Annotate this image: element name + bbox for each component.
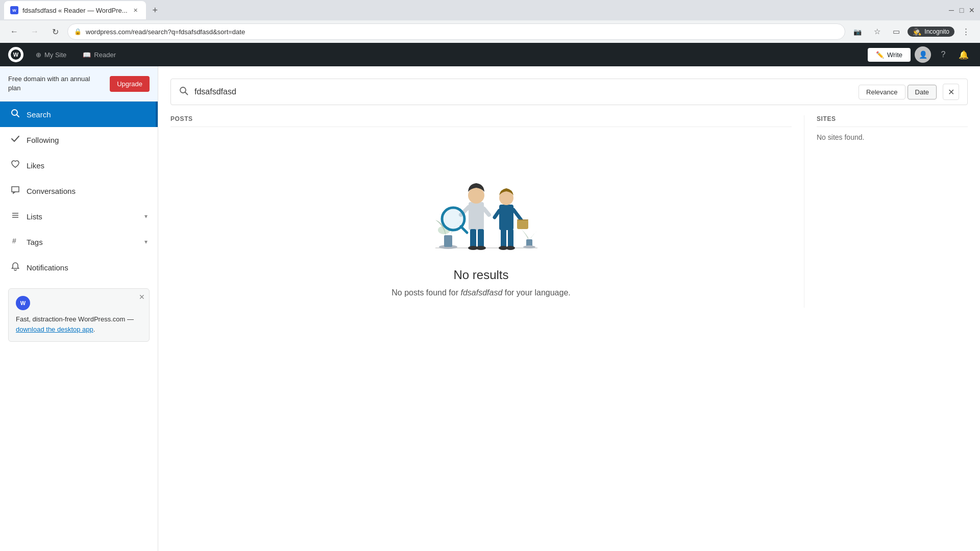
sidebar-item-search-label: Search <box>27 110 51 119</box>
svg-point-38 <box>523 245 535 248</box>
promo-wp-icon: W <box>16 296 30 310</box>
likes-icon <box>10 160 20 171</box>
svg-line-5 <box>17 115 19 117</box>
posts-column-header: POSTS <box>170 115 792 127</box>
svg-text:W: W <box>12 8 16 13</box>
svg-text:W: W <box>13 52 19 58</box>
upgrade-button[interactable]: Upgrade <box>110 76 150 92</box>
sidebar-item-notifications[interactable]: Notifications <box>0 255 158 280</box>
svg-rect-22 <box>470 229 476 248</box>
url-text: wordpress.com/read/search?q=fdsafsdfasd&… <box>86 28 245 36</box>
close-window-button[interactable]: ✕ <box>968 6 976 14</box>
tab-close-button[interactable]: ✕ <box>132 6 140 14</box>
my-site-icon: ⊕ <box>36 51 41 59</box>
svg-rect-23 <box>478 229 484 248</box>
write-button[interactable]: ✏️ Write <box>868 48 911 62</box>
posts-column: POSTS <box>170 115 804 308</box>
my-site-label: My Site <box>44 51 66 59</box>
sidebar-item-tags[interactable]: # Tags ▾ <box>0 229 158 255</box>
top-nav: W ⊕ My Site 📖 Reader ✏️ Write 👤 ? 🔔 <box>0 43 980 66</box>
camera-off-icon[interactable]: 📷 <box>849 23 866 40</box>
user-avatar[interactable]: 👤 <box>915 46 931 63</box>
main-layout: Free domain with an annual plan Upgrade … <box>0 66 980 551</box>
svg-line-26 <box>484 209 489 215</box>
extensions-button[interactable]: ⋮ <box>958 23 974 40</box>
main-content: fdsafsdfasd Relevance Date ✕ POSTS <box>158 66 980 551</box>
browser-chrome: W fdsafsdfasd « Reader — WordPre... ✕ + … <box>0 0 980 43</box>
tags-icon: # <box>10 236 20 247</box>
incognito-badge: 🕵 Incognito <box>908 27 954 37</box>
tab-title: fdsafsdfasd « Reader — WordPre... <box>22 7 128 14</box>
sidebar-item-following[interactable]: Following <box>0 127 158 153</box>
svg-rect-34 <box>508 229 513 248</box>
incognito-label: Incognito <box>924 28 949 35</box>
svg-line-32 <box>495 211 499 217</box>
notifications-nav-icon <box>10 262 20 273</box>
sidebar-item-lists[interactable]: Lists ▾ <box>0 204 158 229</box>
new-tab-button[interactable]: + <box>148 3 162 17</box>
search-bar-icon <box>179 86 188 97</box>
no-results-subtitle: No posts found for fdsafsdfasd for your … <box>391 288 570 297</box>
desktop-promo-text: Fast, distraction-free WordPress.com — d… <box>16 314 142 334</box>
tab-favicon: W <box>10 6 18 14</box>
download-app-link[interactable]: download the desktop app <box>16 325 93 333</box>
svg-text:W: W <box>20 300 26 306</box>
svg-point-18 <box>468 187 484 204</box>
svg-rect-15 <box>444 235 452 247</box>
no-results-container: No results No posts found for fdsafsdfas… <box>170 133 792 308</box>
write-icon: ✏️ <box>876 51 884 59</box>
help-icon[interactable]: ? <box>935 46 951 63</box>
wp-logo[interactable]: W <box>8 47 23 62</box>
sidebar-nav: Search Following L <box>0 102 158 280</box>
svg-text:#: # <box>12 237 16 245</box>
bookmark-icon[interactable]: ☆ <box>869 23 885 40</box>
promo-banner: Free domain with an annual plan Upgrade <box>0 66 158 102</box>
sidebar-item-likes[interactable]: Likes <box>0 153 158 178</box>
promo-text: Free domain with an annual plan <box>8 74 104 93</box>
svg-point-36 <box>506 246 515 250</box>
maximize-button[interactable]: □ <box>958 6 966 14</box>
sites-column: SITES No sites found. <box>804 115 968 308</box>
tags-chevron-icon: ▾ <box>144 238 148 245</box>
svg-rect-27 <box>499 205 513 230</box>
svg-rect-33 <box>501 229 506 248</box>
address-bar[interactable]: 🔒 wordpress.com/read/search?q=fdsafsdfas… <box>67 23 845 40</box>
sidebar-item-likes-label: Likes <box>27 161 44 170</box>
desktop-app-promo: ✕ W Fast, distraction-free WordPress.com… <box>8 288 150 342</box>
search-input[interactable]: fdsafsdfasd <box>194 87 852 96</box>
browser-tab[interactable]: W fdsafsdfasd « Reader — WordPre... ✕ <box>4 1 146 19</box>
sidebar-toggle-icon[interactable]: ▭ <box>888 23 904 40</box>
sort-date-button[interactable]: Date <box>908 85 937 99</box>
clear-search-button[interactable]: ✕ <box>943 84 959 100</box>
sort-buttons: Relevance Date <box>859 85 937 99</box>
sidebar-item-search[interactable]: Search <box>0 102 158 127</box>
lists-chevron-icon: ▾ <box>144 213 148 220</box>
search-bar-container: fdsafsdfasd Relevance Date ✕ <box>170 79 968 105</box>
no-results-illustration <box>395 154 568 256</box>
sidebar-item-conversations[interactable]: Conversations <box>0 178 158 204</box>
forward-button[interactable]: → <box>27 23 43 40</box>
svg-line-12 <box>185 92 188 95</box>
svg-line-21 <box>461 227 467 233</box>
reader-label: Reader <box>94 51 116 59</box>
sort-relevance-button[interactable]: Relevance <box>859 85 905 99</box>
my-site-nav[interactable]: ⊕ My Site <box>32 49 70 61</box>
no-sites-text: No sites found. <box>817 133 968 141</box>
reader-icon: 📖 <box>83 51 91 59</box>
back-button[interactable]: ← <box>6 23 22 40</box>
sites-column-header: SITES <box>817 115 968 127</box>
sidebar-item-conversations-label: Conversations <box>27 187 76 195</box>
minimize-button[interactable]: ─ <box>947 6 955 14</box>
lock-icon: 🔒 <box>74 28 82 35</box>
sidebar: Free domain with an annual plan Upgrade … <box>0 66 158 551</box>
sidebar-item-lists-label: Lists <box>27 212 42 221</box>
notifications-icon[interactable]: 🔔 <box>955 46 972 63</box>
reader-nav[interactable]: 📖 Reader <box>79 49 120 61</box>
conversations-icon <box>10 185 20 196</box>
sidebar-item-tags-label: Tags <box>27 238 43 246</box>
app-container: W ⊕ My Site 📖 Reader ✏️ Write 👤 ? 🔔 Free <box>0 43 980 551</box>
svg-point-25 <box>476 246 486 250</box>
promo-close-button[interactable]: ✕ <box>139 293 145 301</box>
reload-button[interactable]: ↻ <box>47 23 63 40</box>
svg-line-29 <box>513 210 521 220</box>
